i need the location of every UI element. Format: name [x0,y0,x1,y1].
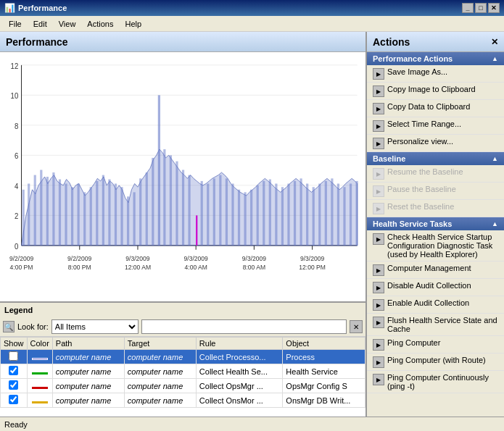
action-item-0-4[interactable]: ▶Personalize view... [367,135,504,152]
col-rule: Rule [196,338,283,350]
svg-rect-42 [78,183,80,245]
action-item-2-6[interactable]: ▶Ping Computer (with Route) [367,353,504,371]
action-label-0-4: Personalize view... [387,137,453,146]
svg-rect-62 [201,181,203,246]
action-label-2-3: Enable Audit Collection [387,298,469,307]
svg-rect-49 [120,187,123,246]
action-section-header-2[interactable]: Health Service Tasks▲ [367,217,504,230]
action-label-2-4: Flush Health Service State and Cache [387,316,500,333]
chart-area: 12 10 8 6 4 2 0 9/2/2009 4:00 PM [0,52,365,301]
menu-edit[interactable]: Edit [28,18,53,30]
svg-rect-50 [127,196,129,246]
svg-text:8:00 AM: 8:00 AM [243,264,265,272]
table-row[interactable]: computer namecomputer nameCollect OnsMor… [1,393,365,408]
show-checkbox[interactable] [9,366,18,375]
look-for-dropdown[interactable]: All Items [51,319,139,334]
left-panel: Performance 12 10 8 6 4 2 0 [0,32,366,417]
show-checkbox[interactable] [9,351,18,361]
svg-text:12: 12 [11,62,19,70]
table-row[interactable]: computer namecomputer nameCollect Health… [1,364,365,379]
action-item-0-1[interactable]: ▶Copy Image to Clipboard [367,83,504,100]
rule-cell: Collect Processo... [196,350,283,364]
show-cell [1,350,28,364]
menu-file[interactable]: File [3,18,28,30]
section-title-2: Health Service Tasks [373,219,452,228]
menu-help[interactable]: Help [119,18,147,30]
color-cell [27,350,52,364]
target-cell: computer name [124,379,196,393]
svg-rect-83 [331,178,333,245]
window-title: Performance [18,4,67,12]
svg-text:9/2/2009: 9/2/2009 [9,255,33,263]
path-cell: computer name [52,393,124,408]
svg-rect-85 [343,187,345,246]
table-row[interactable]: computer namecomputer nameCollect OpsMgr… [1,379,365,393]
section-title-0: Performance Actions [373,54,453,63]
action-item-2-1[interactable]: ▶Computer Management [367,261,504,279]
maximize-button[interactable]: □ [475,3,487,13]
svg-text:10: 10 [11,92,19,101]
action-label-2-7: Ping Computer Continuously (ping -t) [387,373,500,390]
svg-rect-44 [90,187,92,246]
svg-rect-87 [356,181,358,246]
col-target: Target [124,338,196,350]
svg-rect-69 [244,192,246,246]
svg-text:2: 2 [15,212,19,221]
main-layout: Performance 12 10 8 6 4 2 0 [0,32,504,417]
action-item-2-2[interactable]: ▶Disable Audit Collection [367,279,504,296]
action-icon-0-4: ▶ [373,138,384,149]
svg-rect-64 [213,178,215,245]
action-section-header-0[interactable]: Performance Actions▲ [367,52,504,65]
svg-rect-77 [294,181,296,246]
action-item-0-3[interactable]: ▶Select Time Range... [367,117,504,135]
action-label-2-0: Check Health Service Startup Configurati… [387,233,500,259]
show-checkbox[interactable] [9,380,18,390]
show-checkbox[interactable] [9,395,18,404]
action-item-2-4[interactable]: ▶Flush Health Service State and Cache [367,314,504,336]
menu-view[interactable]: View [53,18,82,30]
svg-rect-67 [231,183,234,245]
action-item-2-0[interactable]: ▶Check Health Service Startup Configurat… [367,230,504,261]
svg-rect-48 [115,183,117,245]
minimize-button[interactable]: _ [462,3,474,13]
actions-close-button[interactable]: ✕ [491,37,498,47]
menu-actions[interactable]: Actions [81,18,119,30]
close-button[interactable]: ✕ [488,3,500,13]
svg-text:9/3/2009: 9/3/2009 [300,255,324,263]
svg-rect-47 [108,180,110,246]
svg-text:6: 6 [15,152,19,161]
action-item-2-5[interactable]: ▶Ping Computer [367,336,504,353]
action-item-0-2[interactable]: ▶Copy Data to Clipboard [367,100,504,117]
svg-rect-54 [152,158,154,246]
show-cell [1,364,28,379]
clear-search-button[interactable]: ✕ [350,320,363,333]
action-label-2-5: Ping Computer [387,338,440,347]
color-cell [27,379,52,393]
svg-rect-38 [52,172,54,246]
svg-rect-84 [337,183,339,245]
svg-rect-46 [102,175,104,246]
collapse-icon-1: ▲ [492,155,498,162]
look-for-bar: 🔍 Look for: All Items ✕ [0,317,365,337]
action-item-2-3[interactable]: ▶Enable Audit Collection [367,296,504,314]
svg-rect-33 [22,190,25,246]
svg-rect-78 [300,178,302,245]
action-item-2-7[interactable]: ▶Ping Computer Continuously (ping -t) [367,371,504,393]
svg-text:12:00 PM: 12:00 PM [299,264,326,272]
action-label-0-1: Copy Image to Clipboard [387,85,476,93]
action-label-2-2: Disable Audit Collection [387,281,471,290]
window-controls: _ □ ✕ [462,3,500,13]
show-cell [1,379,28,393]
svg-text:4: 4 [15,182,19,191]
action-icon-0-3: ▶ [373,120,384,132]
search-input[interactable] [141,319,347,334]
action-item-0-0[interactable]: ▶Save Image As... [367,65,504,83]
status-text: Ready [4,420,28,429]
action-icon-2-4: ▶ [373,317,384,328]
legend-area: Legend [0,301,365,317]
legend-label: Legend [4,306,33,314]
action-label-1-1: Pause the Baseline [387,185,456,193]
table-row[interactable]: computer namecomputer nameCollect Proces… [1,350,365,364]
svg-text:9/3/2009: 9/3/2009 [242,255,266,263]
action-section-header-1[interactable]: Baseline▲ [367,152,504,165]
